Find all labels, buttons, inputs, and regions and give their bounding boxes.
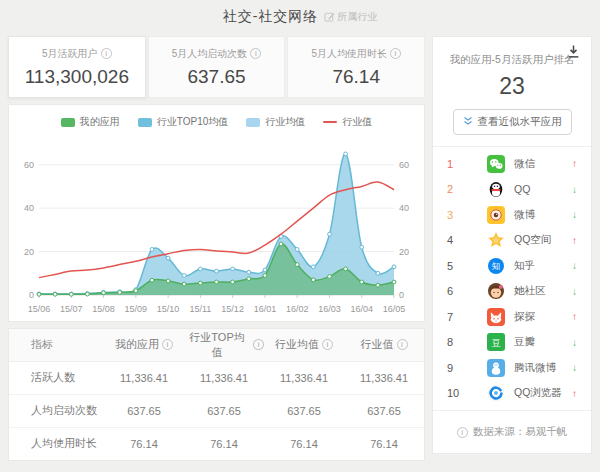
page-title: 社交-社交网络 [223,8,319,26]
rank-list-item[interactable]: 10 QQ浏览器 ↑ [433,381,591,407]
page-header: 社交-社交网络 所属行业 [0,0,600,34]
svg-text:20: 20 [24,247,34,257]
legend-item[interactable]: 行业均值 [246,115,305,129]
svg-text:60: 60 [24,160,34,170]
rank-number: 7 [447,311,479,323]
svg-text:16/04: 16/04 [350,304,373,314]
legend-item[interactable]: 行业值 [323,115,372,129]
stat-label: 5月人均启动次数 [172,47,248,61]
info-icon[interactable] [250,48,261,59]
table-row: 人均使用时长 76.14 76.14 76.14 76.14 [9,427,424,460]
app-ranking-list: 1 微信 ↑ 2 QQ ↓ 3 微博 ↓ 4 QQ空间 ↑ 5 知 知乎 ↓ [433,147,591,410]
industry-link[interactable]: 所属行业 [324,10,377,24]
trend-chart[interactable]: 0020204040606015/0615/0715/0815/0915/101… [9,133,424,323]
industry-label: 所属行业 [337,10,377,24]
app-name: 微信 [514,157,565,171]
info-icon[interactable] [397,339,408,350]
trend-up-icon: ↑ [565,388,577,399]
tantan-icon [487,308,505,326]
svg-text:豆: 豆 [492,338,501,348]
rank-list-item[interactable]: 4 QQ空间 ↑ [433,228,591,254]
wechat-icon [487,155,505,173]
trend-down-icon: ↓ [565,209,577,220]
download-icon[interactable] [566,44,582,60]
stat-card-usage-time[interactable]: 5月人均使用时长 76.14 [287,36,425,98]
double-chevron-down-icon [463,116,473,128]
trend-down-icon: ↓ [565,337,577,348]
rank-number: 1 [447,158,479,170]
rank-number: 8 [447,336,479,348]
info-icon [457,427,468,438]
col-header-my-app: 我的应用 [104,329,184,361]
legend-swatch [323,121,337,124]
legend-swatch [61,118,75,127]
app-name: 腾讯微博 [514,361,565,375]
stat-cards: 5月活跃用户 113,300,026 5月人均启动次数 637.65 5月人均使… [8,36,425,98]
rank-number: 4 [447,234,479,246]
app-name: 微博 [514,208,565,222]
stat-value: 637.65 [187,66,245,88]
chart-legend: 我的应用 行业TOP10均值 行业均值 行业值 [9,111,424,133]
app-name: 知乎 [514,259,565,273]
trend-down-icon: ↓ [565,260,577,271]
rank-list-item[interactable]: 1 微信 ↑ [433,151,591,177]
rank-number: 3 [447,209,479,221]
ranking-value: 23 [433,73,591,100]
edit-icon [324,11,335,24]
svg-text:0: 0 [29,290,34,300]
rank-list-item[interactable]: 8 豆 豆瓣 ↓ [433,330,591,356]
zhihu-icon: 知 [487,257,505,275]
ranking-column: 我的应用-5月活跃用户排名 23 查看近似水平应用 1 微信 ↑ 2 QQ ↓ [432,36,592,461]
data-source-footer: 数据来源：易观千帆 [433,411,591,453]
stat-value: 113,300,026 [25,66,129,88]
rank-list-item[interactable]: 6 她社区 ↓ [433,279,591,305]
info-icon[interactable] [101,48,112,59]
app-name: 她社区 [514,284,565,298]
weibo-icon [487,206,505,224]
info-icon[interactable] [162,339,173,350]
view-similar-apps-button[interactable]: 查看近似水平应用 [453,109,572,135]
qzone-icon [487,231,505,249]
info-icon[interactable] [390,48,401,59]
legend-item[interactable]: 我的应用 [61,115,120,129]
rank-list-item[interactable]: 7 探探 ↑ [433,304,591,330]
stat-value: 76.14 [332,66,380,88]
qq-icon [487,180,505,198]
svg-text:15/08: 15/08 [92,304,115,314]
stat-label: 5月活跃用户 [42,47,98,61]
svg-text:60: 60 [399,160,409,170]
svg-text:16/01: 16/01 [254,304,277,314]
trend-down-icon: ↓ [565,286,577,297]
legend-swatch [246,118,260,127]
info-icon[interactable] [253,339,264,350]
trend-up-icon: ↑ [565,235,577,246]
tencent-weibo-icon [487,359,505,377]
rank-list-item[interactable]: 3 微博 ↓ [433,202,591,228]
rank-list-item[interactable]: 5 知 知乎 ↓ [433,253,591,279]
ranking-panel: 我的应用-5月活跃用户排名 23 查看近似水平应用 1 微信 ↑ 2 QQ ↓ [432,36,592,454]
svg-text:15/06: 15/06 [28,304,51,314]
rank-number: 6 [447,285,479,297]
svg-text:16/03: 16/03 [318,304,341,314]
stat-card-active-users[interactable]: 5月活跃用户 113,300,026 [8,36,146,98]
svg-text:16/05: 16/05 [383,304,406,314]
app-name: QQ浏览器 [514,386,565,400]
trend-chart-panel: 我的应用 行业TOP10均值 行业均值 行业值 0020204040606015… [8,104,425,322]
svg-text:40: 40 [399,203,409,213]
rank-list-item[interactable]: 2 QQ ↓ [433,177,591,203]
info-icon[interactable] [322,339,333,350]
svg-text:40: 40 [24,203,34,213]
legend-item[interactable]: 行业TOP10均值 [138,115,229,129]
trend-up-icon: ↑ [565,158,577,169]
app-name: QQ [514,183,565,195]
stat-card-launch-count[interactable]: 5月人均启动次数 637.65 [148,36,286,98]
svg-text:0: 0 [399,290,404,300]
rank-number: 10 [447,387,479,399]
stat-label: 5月人均使用时长 [311,47,387,61]
app-name: QQ空间 [514,233,565,247]
trend-down-icon: ↓ [565,362,577,373]
trend-down-icon: ↓ [565,184,577,195]
svg-text:15/10: 15/10 [157,304,180,314]
rank-list-item[interactable]: 9 腾讯微博 ↓ [433,355,591,381]
svg-text:15/11: 15/11 [189,304,211,314]
